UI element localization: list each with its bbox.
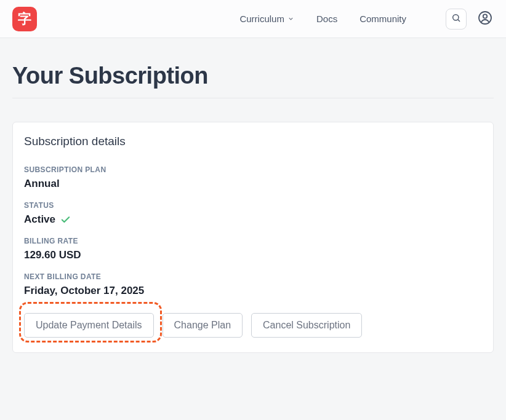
svg-point-0 xyxy=(453,14,459,20)
page-content: Your Subscription Subscription details S… xyxy=(0,38,506,353)
update-payment-button[interactable]: Update Payment Details xyxy=(24,313,154,338)
chevron-down-icon xyxy=(287,15,294,22)
header: 字 Curriculum Docs Community xyxy=(0,0,506,38)
search-button[interactable] xyxy=(446,9,467,30)
search-icon xyxy=(451,13,461,25)
field-plan: SUBSCRIPTION PLAN Annual xyxy=(24,165,482,190)
field-billing-rate: BILLING RATE 129.60 USD xyxy=(24,237,482,261)
nav-docs[interactable]: Docs xyxy=(316,14,337,24)
nav-curriculum-label: Curriculum xyxy=(239,14,284,24)
value-next-billing: Friday, October 17, 2025 xyxy=(24,285,482,297)
value-plan: Annual xyxy=(24,178,482,190)
value-billing-rate: 129.60 USD xyxy=(24,249,482,261)
nav-docs-label: Docs xyxy=(316,14,337,24)
change-plan-button[interactable]: Change Plan xyxy=(163,313,243,338)
label-status: STATUS xyxy=(24,201,482,210)
nav-community-label: Community xyxy=(359,14,406,24)
label-next-billing: NEXT BILLING DATE xyxy=(24,272,482,281)
value-status: Active xyxy=(24,213,482,226)
user-icon xyxy=(478,10,492,28)
header-controls xyxy=(446,9,494,30)
value-status-text: Active xyxy=(24,213,55,226)
label-plan: SUBSCRIPTION PLAN xyxy=(24,165,482,174)
cancel-subscription-button[interactable]: Cancel Subscription xyxy=(251,313,362,338)
nav-curriculum[interactable]: Curriculum xyxy=(239,14,294,24)
profile-button[interactable] xyxy=(476,10,494,28)
logo[interactable]: 字 xyxy=(12,7,37,31)
field-next-billing: NEXT BILLING DATE Friday, October 17, 20… xyxy=(24,272,482,297)
nav-community[interactable]: Community xyxy=(359,14,406,24)
page-title: Your Subscription xyxy=(12,63,494,98)
svg-point-3 xyxy=(483,14,487,18)
check-icon xyxy=(60,215,71,225)
nav: Curriculum Docs Community xyxy=(239,9,494,30)
subscription-card: Subscription details SUBSCRIPTION PLAN A… xyxy=(12,122,494,353)
button-row: Update Payment Details Change Plan Cance… xyxy=(24,313,482,338)
logo-char: 字 xyxy=(18,10,31,28)
field-status: STATUS Active xyxy=(24,201,482,226)
label-billing-rate: BILLING RATE xyxy=(24,237,482,245)
card-title: Subscription details xyxy=(24,135,482,148)
svg-line-1 xyxy=(458,19,460,21)
